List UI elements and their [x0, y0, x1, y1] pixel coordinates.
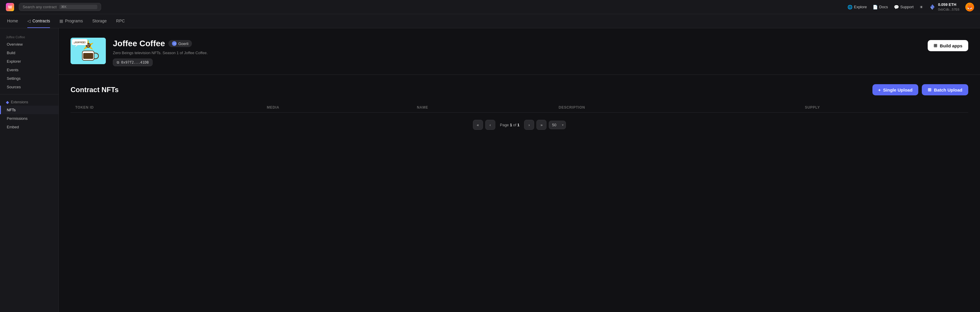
svg-point-9	[89, 45, 90, 45]
svg-marker-1	[932, 4, 934, 7]
sidebar-item-overview[interactable]: Overview	[0, 40, 59, 48]
sidebar-item-events[interactable]: Events	[0, 66, 59, 74]
build-apps-button[interactable]: ⊞ Build apps	[928, 40, 968, 51]
extensions-text: Extensions	[11, 100, 28, 104]
globe-icon: 🌐	[848, 5, 853, 10]
nav-storage[interactable]: Storage	[92, 14, 107, 28]
nav-home-label: Home	[7, 19, 18, 23]
th-name: NAME	[412, 102, 554, 113]
sidebar-sources-label: Sources	[7, 85, 21, 89]
sidebar-nfts-label: NFTs	[7, 108, 16, 112]
prev-page-icon: ‹	[490, 123, 491, 127]
contract-image: ¡JOFFEE!	[70, 38, 106, 64]
sidebar-section-label: Joffee Coffee	[0, 33, 59, 40]
sidebar-item-build[interactable]: Build	[0, 48, 59, 57]
svg-rect-5	[83, 53, 93, 59]
sidebar-permissions-label: Permissions	[7, 116, 28, 121]
doc-icon: 📄	[873, 5, 878, 10]
first-page-button[interactable]: «	[473, 120, 483, 130]
nfts-header: Contract NFTs + Single Upload ⊞ Batch Up…	[70, 84, 968, 95]
last-page-button[interactable]: »	[536, 120, 546, 130]
sidebar-item-settings[interactable]: Settings	[0, 74, 59, 83]
contract-title-row: Joffee Coffee ◁ Goerli	[113, 39, 208, 48]
next-page-icon: ›	[528, 123, 530, 127]
network-name: Goerli	[178, 42, 188, 46]
logo-icon: W	[6, 3, 14, 11]
per-page-select[interactable]: 10 25 50 100	[549, 121, 566, 129]
docs-label: Docs	[879, 5, 888, 9]
svg-text:¡JOFFEE!: ¡JOFFEE!	[73, 41, 86, 44]
theme-toggle[interactable]: ☀	[920, 5, 923, 10]
top-nav-right: 🌐 Explore 📄 Docs 💬 Support ☀ 0.059 ETH 0…	[848, 2, 974, 11]
sidebar-item-sources[interactable]: Sources	[0, 83, 59, 91]
diamond-icon: ◆	[6, 100, 9, 104]
prev-page-button[interactable]: ‹	[485, 120, 495, 130]
single-upload-button[interactable]: + Single Upload	[872, 84, 919, 95]
eth-diamond-icon	[929, 4, 935, 10]
nav-home[interactable]: Home	[7, 14, 18, 28]
nav-contracts[interactable]: ◁ Contracts	[27, 14, 50, 28]
search-shortcut: ⌘K	[59, 5, 97, 9]
sidebar-item-embed[interactable]: Embed	[0, 123, 59, 131]
nfts-section-title: Contract NFTs	[70, 86, 119, 94]
support-link[interactable]: 💬 Support	[894, 5, 914, 10]
nav-rpc[interactable]: RPC	[116, 14, 125, 28]
logo[interactable]: W	[6, 3, 14, 11]
sidebar-settings-label: Settings	[7, 76, 21, 81]
th-media: MEDIA	[262, 102, 412, 113]
eth-text: 0.059 ETH 0xbCdb...57E6	[938, 2, 959, 11]
next-page-button[interactable]: ›	[524, 120, 534, 130]
contract-info: Joffee Coffee ◁ Goerli Zero Beings telev…	[113, 39, 208, 66]
support-label: Support	[900, 5, 914, 9]
programs-icon: ▦	[59, 19, 63, 23]
plus-icon: +	[878, 87, 881, 93]
build-apps-label: Build apps	[940, 43, 963, 48]
secondary-nav: Home ◁ Contracts ▦ Programs Storage RPC	[0, 14, 980, 28]
top-nav-left: W Search any contract ⌘K	[6, 3, 101, 11]
contracts-icon: ◁	[27, 19, 30, 23]
contract-address[interactable]: ⧉ 0x97f2...41DB	[113, 59, 153, 66]
sidebar-item-nfts[interactable]: NFTs	[0, 106, 59, 114]
sidebar-build-label: Build	[7, 51, 15, 55]
nav-programs-label: Programs	[65, 19, 83, 23]
top-nav: W Search any contract ⌘K 🌐 Explore 📄 Doc…	[0, 0, 980, 14]
support-icon: 💬	[894, 5, 899, 10]
eth-amount: 0.059 ETH	[938, 2, 959, 7]
sidebar-item-explorer[interactable]: Explorer	[0, 57, 59, 66]
contract-header-left: ¡JOFFEE! Joffee Coffee ◁ Goerli Zero Bei…	[70, 38, 208, 66]
nav-contracts-label: Contracts	[32, 19, 50, 23]
batch-upload-label: Batch Upload	[934, 87, 963, 93]
last-page-icon: »	[541, 123, 542, 127]
th-supply: SUPPLY	[800, 102, 968, 113]
nfts-table: TOKEN ID MEDIA NAME DESCRIPTION SUPPLY	[70, 102, 968, 113]
sidebar-events-label: Events	[7, 68, 19, 72]
table-header: TOKEN ID MEDIA NAME DESCRIPTION SUPPLY	[70, 102, 968, 113]
page-info: Page 1 of 1	[498, 123, 522, 127]
address-value: 0x97f2...41DB	[121, 60, 149, 64]
sidebar-item-permissions[interactable]: Permissions	[0, 114, 59, 123]
eth-info: 0.059 ETH 0xbCdb...57E6	[929, 2, 959, 11]
build-apps-icon: ⊞	[934, 43, 937, 48]
th-description: DESCRIPTION	[554, 102, 800, 113]
goerli-icon: ◁	[172, 41, 177, 46]
nfts-actions: + Single Upload ⊞ Batch Upload	[872, 84, 968, 95]
contract-logo-svg: ¡JOFFEE!	[70, 38, 106, 64]
sidebar-overview-label: Overview	[7, 42, 22, 46]
network-badge: ◁ Goerli	[169, 40, 192, 47]
user-avatar[interactable]: 🦊	[965, 3, 974, 11]
contract-title: Joffee Coffee	[113, 39, 165, 48]
docs-link[interactable]: 📄 Docs	[873, 5, 888, 10]
explore-link[interactable]: 🌐 Explore	[848, 5, 867, 10]
table-header-row: TOKEN ID MEDIA NAME DESCRIPTION SUPPLY	[70, 102, 968, 113]
nav-programs[interactable]: ▦ Programs	[59, 14, 83, 28]
nav-rpc-label: RPC	[116, 19, 125, 23]
sidebar: Joffee Coffee Overview Build Explorer Ev…	[0, 28, 59, 312]
sidebar-extensions-label: ◆ Extensions	[0, 98, 59, 106]
per-page-wrapper: 10 25 50 100 ▾	[549, 121, 566, 129]
search-bar[interactable]: Search any contract ⌘K	[19, 3, 101, 11]
copy-icon: ⧉	[117, 60, 119, 64]
batch-upload-button[interactable]: ⊞ Batch Upload	[922, 84, 968, 95]
sidebar-explorer-label: Explorer	[7, 59, 21, 64]
contract-description: Zero Beings television NFTs. Season 1 of…	[113, 51, 208, 55]
main-layout: Joffee Coffee Overview Build Explorer Ev…	[0, 28, 980, 312]
